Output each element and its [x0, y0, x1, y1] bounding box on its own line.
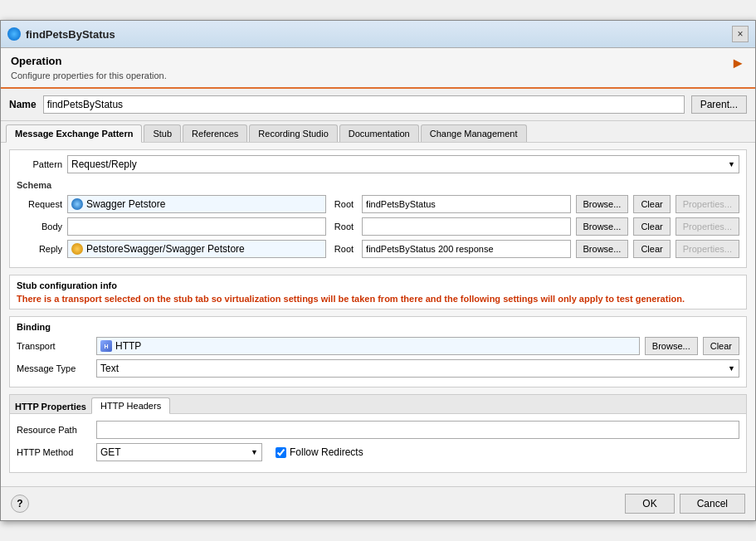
tabs-bar: Message Exchange Pattern Stub References… [1, 121, 755, 143]
request-value: Swagger Petstore [67, 195, 326, 213]
help-button[interactable]: ? [11, 495, 29, 513]
transport-row: Transport H HTTP Browse... Clear [17, 337, 739, 355]
resource-path-label: Resource Path [17, 425, 91, 435]
reply-properties-button[interactable]: Properties... [676, 240, 739, 258]
main-dialog: findPetsByStatus × Operation Configure p… [0, 20, 756, 521]
http-inner-content: Resource Path HTTP Method GET ▼ Follow R… [10, 414, 746, 472]
reply-clear-button[interactable]: Clear [633, 240, 670, 258]
follow-redirects-row: Follow Redirects [276, 446, 363, 458]
http-method-label: HTTP Method [17, 447, 91, 457]
footer-buttons: OK Cancel [625, 494, 745, 514]
follow-redirects-checkbox[interactable] [276, 447, 286, 458]
message-type-label: Message Type [17, 363, 91, 373]
transport-label: Transport [17, 341, 91, 351]
tab-recording[interactable]: Recording Studio [249, 124, 337, 142]
schema-reply-row: Reply PetstoreSwagger/Swagger Petstore R… [17, 240, 739, 258]
http-method-row: HTTP Method GET ▼ Follow Redirects [17, 443, 739, 461]
message-type-row: Message Type Text ▼ [17, 359, 739, 378]
request-root-label: Root [331, 199, 357, 209]
operation-bar: Operation Configure properties for this … [1, 48, 755, 89]
pattern-value: Request/Reply [71, 158, 137, 170]
name-label: Name [9, 99, 37, 110]
http-icon: H [100, 340, 112, 352]
resource-path-input[interactable] [96, 421, 739, 439]
message-type-dropdown-icon: ▼ [728, 364, 735, 373]
stub-info-title: Stub configuration info [17, 280, 739, 290]
body-clear-button[interactable]: Clear [633, 217, 670, 236]
tab-stub[interactable]: Stub [144, 124, 181, 142]
schema-request-row: Request Swagger Petstore Root Browse... … [17, 195, 739, 213]
request-globe-icon [71, 198, 83, 210]
transport-value: H HTTP [96, 337, 640, 355]
request-properties-button[interactable]: Properties... [676, 195, 739, 213]
reply-root-input[interactable] [362, 240, 570, 258]
schema-group: Pattern Request/Reply ▼ Schema Request S… [9, 149, 747, 268]
pattern-dropdown-icon: ▼ [728, 160, 735, 168]
message-type-value: Text [100, 363, 119, 374]
transport-clear-button[interactable]: Clear [703, 337, 739, 355]
title-bar-left: findPetsByStatus [7, 27, 115, 41]
http-tabs-bar: HTTP Properties HTTP Headers [10, 395, 746, 414]
tab-http-headers[interactable]: HTTP Headers [91, 397, 170, 414]
operation-title: Operation [11, 55, 720, 67]
follow-redirects-label: Follow Redirects [290, 446, 363, 458]
main-content: Pattern Request/Reply ▼ Schema Request S… [1, 143, 755, 486]
schema-title: Schema [17, 180, 739, 190]
cancel-button[interactable]: Cancel [680, 494, 745, 514]
title-bar: findPetsByStatus × [1, 21, 755, 48]
http-properties-section: HTTP Properties HTTP Headers Resource Pa… [9, 394, 747, 473]
request-label: Request [17, 199, 62, 209]
pattern-row: Pattern Request/Reply ▼ [17, 155, 739, 173]
tab-change[interactable]: Change Management [421, 124, 527, 142]
operation-arrow-icon: ► [730, 55, 745, 72]
http-method-select[interactable]: GET ▼ [96, 443, 262, 461]
stub-info-box: Stub configuration info There is a trans… [9, 275, 747, 309]
ok-button[interactable]: OK [625, 494, 674, 514]
reply-value: PetstoreSwagger/Swagger Petstore [67, 240, 326, 258]
http-method-dropdown-icon: ▼ [251, 448, 258, 456]
name-input[interactable] [43, 95, 685, 114]
reply-globe-icon [71, 243, 83, 255]
request-root-input[interactable] [362, 195, 570, 213]
body-properties-button[interactable]: Properties... [676, 217, 739, 236]
schema-body-row: Body Root Browse... Clear Properties... [17, 217, 739, 236]
close-button[interactable]: × [732, 26, 749, 42]
reply-browse-button[interactable]: Browse... [576, 240, 629, 258]
http-props-label: HTTP Properties [15, 397, 91, 413]
resource-path-row: Resource Path [17, 421, 739, 439]
operation-subtitle: Configure properties for this operation. [11, 71, 720, 80]
reply-text: PetstoreSwagger/Swagger Petstore [86, 243, 245, 255]
http-method-value: GET [100, 446, 121, 458]
reply-label: Reply [17, 244, 62, 254]
reply-root-label: Root [331, 244, 357, 254]
tab-references[interactable]: References [183, 124, 247, 142]
transport-text: HTTP [115, 340, 141, 352]
body-value [67, 217, 326, 236]
stub-info-warning: There is a transport selected on the stu… [17, 294, 739, 304]
footer: ? OK Cancel [1, 486, 755, 520]
pattern-label: Pattern [17, 159, 62, 169]
binding-section: Binding Transport H HTTP Browse... Clear… [9, 316, 747, 387]
tab-mep[interactable]: Message Exchange Pattern [6, 124, 142, 143]
message-type-select[interactable]: Text ▼ [96, 359, 739, 378]
body-label: Body [17, 222, 62, 232]
transport-browse-button[interactable]: Browse... [645, 337, 698, 355]
tab-documentation[interactable]: Documentation [339, 124, 419, 142]
request-text: Swagger Petstore [86, 198, 165, 210]
name-row: Name Parent... [1, 89, 755, 121]
binding-title: Binding [17, 322, 739, 332]
dialog-title: findPetsByStatus [26, 28, 115, 41]
pattern-select[interactable]: Request/Reply ▼ [67, 155, 739, 173]
parent-button[interactable]: Parent... [691, 95, 747, 114]
dialog-icon [7, 27, 21, 41]
request-clear-button[interactable]: Clear [633, 195, 670, 213]
request-browse-button[interactable]: Browse... [576, 195, 629, 213]
body-root-label: Root [331, 222, 357, 232]
body-root-input[interactable] [362, 217, 570, 236]
body-browse-button[interactable]: Browse... [576, 217, 629, 236]
